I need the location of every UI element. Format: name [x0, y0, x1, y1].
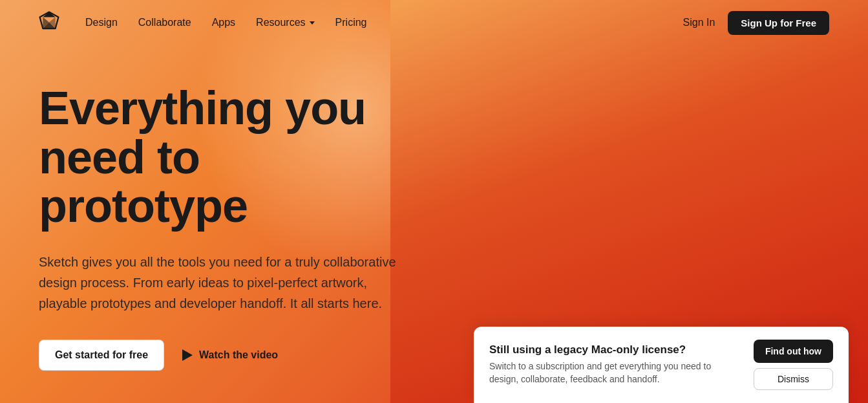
main-nav: Design Collaborate Apps Resources Pricin…: [0, 0, 868, 45]
signin-link[interactable]: Sign In: [683, 17, 715, 28]
sketch-logo-icon: [39, 11, 59, 32]
banner-title: Still using a legacy Mac-only license?: [489, 343, 741, 356]
nav-item-pricing[interactable]: Pricing: [335, 17, 367, 28]
hero-section: Everything you need to prototype Sketch …: [0, 45, 452, 371]
banner-text-group: Still using a legacy Mac-only license? S…: [489, 343, 741, 386]
hero-title: Everything you need to prototype: [39, 84, 414, 231]
legacy-license-banner: Still using a legacy Mac-only license? S…: [474, 327, 849, 403]
nav-links: Design Collaborate Apps Resources Pricin…: [85, 17, 683, 28]
logo[interactable]: [39, 11, 59, 34]
nav-item-apps[interactable]: Apps: [212, 17, 235, 28]
get-started-button[interactable]: Get started for free: [39, 340, 164, 371]
watch-video-button[interactable]: Watch the video: [182, 349, 278, 361]
nav-item-resources[interactable]: Resources: [256, 17, 314, 28]
banner-actions: Find out how Dismiss: [754, 340, 833, 390]
chevron-down-icon: [310, 21, 315, 25]
nav-item-collaborate[interactable]: Collaborate: [138, 17, 191, 28]
nav-item-design[interactable]: Design: [85, 17, 118, 28]
nav-actions: Sign In Sign Up for Free: [683, 11, 830, 35]
signup-button[interactable]: Sign Up for Free: [728, 11, 829, 35]
hero-cta-group: Get started for free Watch the video: [39, 340, 414, 371]
banner-subtitle: Switch to a subscription and get everyth…: [489, 360, 741, 386]
play-icon: [182, 349, 193, 361]
find-out-button[interactable]: Find out how: [754, 340, 833, 363]
hero-subtitle: Sketch gives you all the tools you need …: [39, 252, 414, 314]
dismiss-button[interactable]: Dismiss: [754, 368, 833, 390]
